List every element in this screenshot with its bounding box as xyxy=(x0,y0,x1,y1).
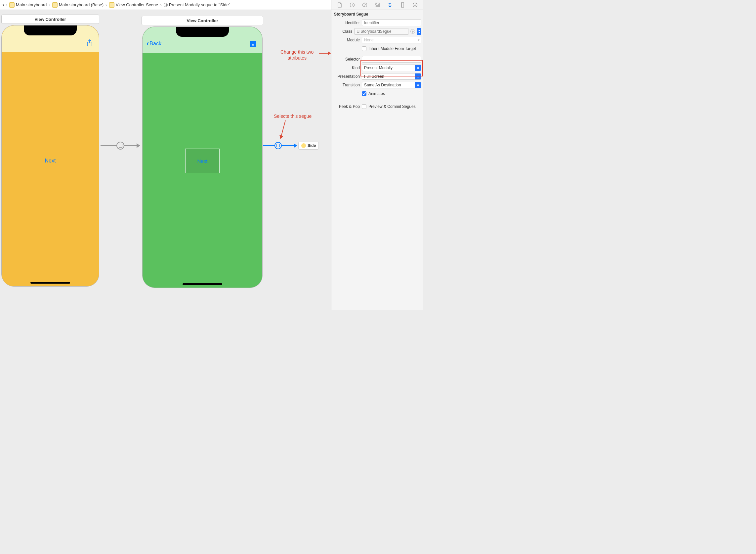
segue-show[interactable] xyxy=(101,142,140,149)
svg-rect-12 xyxy=(376,4,377,5)
storyboard-canvas[interactable]: View Controller Next View Controller xyxy=(0,10,331,310)
attributes-inspector-tab[interactable] xyxy=(386,1,393,9)
crumb-root[interactable]: ls xyxy=(1,2,4,7)
chevron-right-icon: › xyxy=(49,2,50,8)
storyboard-file-icon xyxy=(9,2,14,8)
svg-marker-23 xyxy=(418,30,421,31)
notch-icon xyxy=(176,27,229,37)
history-inspector-tab[interactable] xyxy=(349,1,356,9)
class-label: Class xyxy=(333,29,352,34)
share-icon[interactable] xyxy=(86,39,93,48)
kind-select-value: Present Modally xyxy=(364,65,392,70)
selector-input[interactable] xyxy=(362,56,421,63)
arrowhead-icon xyxy=(137,143,140,148)
arrowhead-icon xyxy=(294,143,297,148)
annotation-arrow-icon xyxy=(319,53,330,54)
svg-point-10 xyxy=(365,6,365,6)
crumb-segue-label: Present Modally segue to "Side" xyxy=(169,2,231,7)
transition-select[interactable]: Same As Destination xyxy=(362,82,421,88)
annotation-attributes: Change this two attributes xyxy=(280,49,314,61)
select-caret-icon xyxy=(415,73,421,79)
scene-icon xyxy=(109,2,114,8)
connections-inspector-tab[interactable] xyxy=(412,1,419,9)
size-inspector-tab[interactable] xyxy=(399,1,406,9)
chevron-left-icon: ‹ xyxy=(146,41,149,46)
chevron-right-icon: › xyxy=(106,2,107,8)
module-select-value: None xyxy=(364,38,374,42)
chevron-right-icon: › xyxy=(6,2,7,8)
segue-show-icon xyxy=(116,142,124,150)
kind-label: Kind xyxy=(333,65,360,70)
annotation-segue: Selecte this segue xyxy=(274,113,312,119)
notch-icon xyxy=(24,25,77,36)
scene-2-title[interactable]: View Controller xyxy=(141,16,263,25)
class-suggest-icon[interactable] xyxy=(411,29,415,34)
annotation-arrow-icon xyxy=(280,120,286,138)
presentation-select[interactable]: Full Screen xyxy=(362,73,421,80)
chevron-down-icon: ▾ xyxy=(418,38,420,42)
scene-1[interactable]: View Controller Next xyxy=(1,14,99,287)
presentation-select-value: Full Screen xyxy=(364,74,384,79)
crumb-base-label: Main.storyboard (Base) xyxy=(59,2,104,7)
scene-1-title[interactable]: View Controller xyxy=(1,14,99,24)
storyboard-reference-label: Side xyxy=(308,143,316,148)
back-button-label: Back xyxy=(149,41,162,47)
crumb-root-label: ls xyxy=(1,2,4,7)
file-inspector-tab[interactable] xyxy=(336,1,343,9)
storyboard-reference-side[interactable]: Side xyxy=(298,142,319,150)
chevron-right-icon: › xyxy=(160,2,162,8)
inherit-module-checkbox[interactable]: Inherit Module From Target xyxy=(362,46,416,51)
back-button[interactable]: ‹ Back xyxy=(146,41,162,47)
class-dropdown-caret[interactable] xyxy=(417,28,421,35)
container-next-label: Next xyxy=(197,158,208,164)
module-select[interactable]: None ▾ xyxy=(362,37,421,43)
help-inspector-tab[interactable] xyxy=(361,1,368,9)
class-input[interactable] xyxy=(354,28,408,35)
inspector-tabs xyxy=(331,0,423,10)
identifier-input[interactable] xyxy=(362,19,421,26)
attributes-inspector: Storyboard Segue Identifier Class Module… xyxy=(331,0,423,310)
transition-label: Transition xyxy=(333,83,360,88)
phone-1-header xyxy=(2,25,99,52)
segue-present-icon xyxy=(274,142,282,149)
segue-icon xyxy=(164,3,168,7)
kind-select[interactable]: Present Modally xyxy=(362,64,421,71)
crumb-storyboard-label: Main.storyboard xyxy=(16,2,47,7)
identity-inspector-tab[interactable] xyxy=(374,1,381,9)
phone-1[interactable]: Next xyxy=(1,25,99,287)
select-caret-icon xyxy=(415,65,421,71)
module-label: Module xyxy=(333,38,360,42)
crumb-scene[interactable]: View Controller Scene xyxy=(109,2,158,8)
checkbox-checked-icon xyxy=(362,91,366,96)
home-indicator xyxy=(30,282,70,284)
home-indicator xyxy=(183,283,222,285)
phone-2-header: ‹ Back xyxy=(142,27,262,53)
peekpop-label: Peek & Pop xyxy=(333,104,360,109)
checkbox-icon xyxy=(362,104,366,109)
download-icon[interactable] xyxy=(250,41,256,47)
animates-checkbox[interactable]: Animates xyxy=(362,91,385,96)
svg-marker-24 xyxy=(418,32,421,33)
selector-label: Selector xyxy=(333,57,360,62)
identifier-label: Identifier xyxy=(333,20,360,25)
next-button[interactable]: Next xyxy=(45,158,56,164)
crumb-segue[interactable]: Present Modally segue to "Side" xyxy=(164,2,231,7)
scene-2[interactable]: View Controller ‹ Back Next xyxy=(141,16,263,288)
preview-commit-checkbox[interactable]: Preview & Commit Segues xyxy=(362,104,416,109)
segue-present-modally[interactable] xyxy=(263,142,297,149)
container-view[interactable]: Next xyxy=(185,149,219,173)
inspector-heading: Storyboard Segue xyxy=(331,10,423,18)
crumb-base[interactable]: Main.storyboard (Base) xyxy=(52,2,104,8)
crumb-storyboard[interactable]: Main.storyboard xyxy=(9,2,47,8)
animates-label: Animates xyxy=(368,91,385,96)
separator xyxy=(331,100,423,100)
svg-rect-7 xyxy=(252,45,254,46)
preview-commit-label: Preview & Commit Segues xyxy=(368,104,416,109)
phone-2[interactable]: ‹ Back Next xyxy=(142,26,263,288)
checkbox-icon xyxy=(362,46,366,51)
presentation-label: Presentation xyxy=(333,74,360,79)
transition-select-value: Same As Destination xyxy=(364,83,401,88)
storyboard-file-icon xyxy=(52,2,58,8)
inherit-module-label: Inherit Module From Target xyxy=(368,46,416,51)
viewcontroller-icon xyxy=(301,143,306,148)
